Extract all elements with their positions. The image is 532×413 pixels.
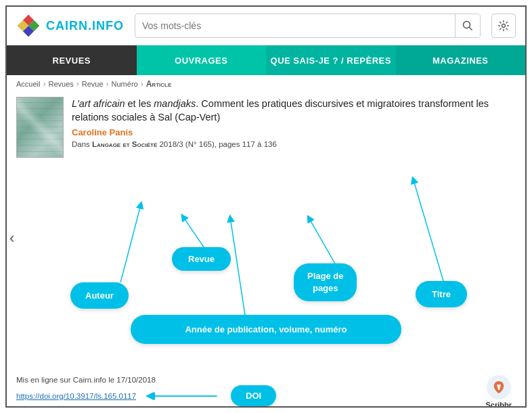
bubble-plage-pages: Plage depages: [294, 263, 357, 301]
svg-line-11: [414, 180, 444, 282]
nav-magazines[interactable]: Magazines: [396, 45, 526, 75]
nav-bar: Revues Ouvrages Que sais-je ? / Repères …: [7, 45, 525, 75]
bubble-doi: DOI: [231, 385, 276, 406]
bubble-titre: Titre: [416, 281, 467, 307]
bubble-annee: Année de publication, volume, numéro: [131, 315, 401, 344]
svg-line-8: [120, 204, 141, 282]
article-title: L'art africain et les mandjaks. Comment …: [72, 97, 516, 125]
svg-line-12: [230, 218, 245, 316]
doi-link[interactable]: https://doi.org/10.3917/ls.165.0117: [16, 392, 136, 400]
breadcrumb: Accueil › Revues › Revue › Numéro › Arti…: [7, 75, 525, 93]
bubble-revue: Revue: [172, 247, 231, 271]
svg-point-5: [464, 22, 470, 28]
svg-line-6: [470, 28, 472, 30]
header: CAIRN.INFO: [7, 7, 525, 45]
search-input[interactable]: [135, 20, 455, 31]
scribbr-icon: [487, 375, 511, 399]
content-area: ‹ L'art africain et les mandjaks. Commen…: [7, 93, 525, 370]
online-date: Mis en ligne sur Cairn.info le 17/10/201…: [16, 376, 516, 384]
nav-que-sais-je[interactable]: Que sais-je ? / Repères: [266, 45, 396, 75]
logo: CAIRN.INFO: [16, 14, 124, 38]
book-cover: [16, 97, 64, 158]
nav-ouvrages[interactable]: Ouvrages: [137, 45, 267, 75]
scribbr-logo: Scribbr: [485, 375, 512, 408]
bottom-section: Mis en ligne sur Cairn.info le 17/10/201…: [7, 370, 525, 408]
bubble-auteur: Auteur: [70, 282, 129, 309]
svg-line-10: [309, 218, 336, 265]
logo-icon: [16, 14, 41, 38]
scribbr-label: Scribbr: [485, 401, 512, 408]
settings-button[interactable]: [491, 14, 516, 38]
search-button[interactable]: [455, 14, 480, 37]
article-header: L'art africain et les mandjaks. Comment …: [16, 97, 516, 158]
left-nav-arrow[interactable]: ‹: [9, 230, 14, 247]
logo-text: CAIRN.INFO: [46, 19, 124, 33]
article-meta: Dans Langage et Société 2018/3 (N° 165),…: [72, 140, 516, 148]
doi-arrow: [143, 389, 224, 403]
nav-revues[interactable]: Revues: [7, 45, 137, 75]
article-info: L'art africain et les mandjaks. Comment …: [72, 97, 516, 158]
svg-line-9: [183, 217, 205, 248]
svg-point-7: [502, 24, 506, 28]
diagram-area: Auteur Revue Plage depages Titre Année d…: [16, 160, 516, 370]
article-author[interactable]: Caroline Panis: [72, 127, 516, 137]
search-bar[interactable]: [135, 14, 481, 38]
